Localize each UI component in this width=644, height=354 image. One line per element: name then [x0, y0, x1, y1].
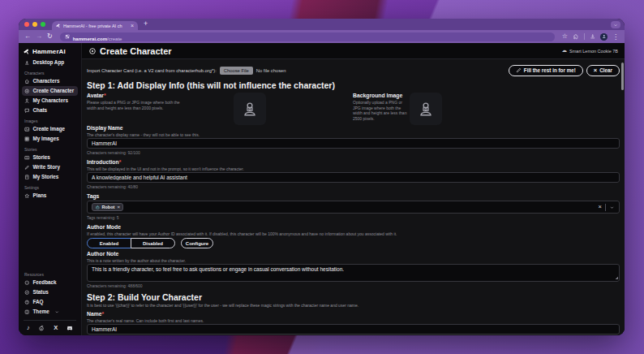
- site-settings-icon[interactable]: [65, 34, 70, 39]
- extensions-icon[interactable]: [573, 33, 579, 40]
- tags-label: Tags: [87, 193, 620, 200]
- sidebar-item-stories[interactable]: Stories: [22, 153, 78, 162]
- home-icon: [24, 79, 30, 84]
- back-icon[interactable]: ←: [24, 33, 31, 40]
- maximize-window-button[interactable]: [41, 22, 45, 27]
- discord-icon[interactable]: [67, 325, 73, 331]
- tags-select[interactable]: Robot × ×: [87, 201, 620, 214]
- reddit-icon[interactable]: [38, 325, 45, 331]
- author-note-desc: This is a note written by the author abo…: [87, 258, 620, 263]
- image-icon: [24, 127, 30, 132]
- target-icon: [24, 88, 30, 94]
- sidebar-item-create-image[interactable]: Create Image: [22, 124, 78, 134]
- author-mode-field: Author Mode If enabled, this character w…: [87, 224, 620, 248]
- model-badge[interactable]: ☁ Smart Lemon Cookie 7B: [562, 48, 618, 54]
- author-mode-disabled-button[interactable]: Disabled: [131, 238, 175, 248]
- sidebar-item-characters[interactable]: Characters: [22, 76, 78, 86]
- display-name-remaining: Characters remaining: 92/100: [87, 150, 620, 155]
- main-content: Create Character ☁ Smart Lemon Cookie 7B…: [82, 43, 625, 335]
- window-controls: [24, 22, 45, 27]
- author-mode-configure-button[interactable]: Configure: [181, 238, 213, 248]
- hammer-icon: [22, 47, 31, 56]
- step1-title: Step 1: Add Display Info (this will not …: [87, 80, 620, 91]
- pen-icon: [516, 67, 522, 73]
- import-row: Import Character Card (i.e. a V2 card fr…: [87, 64, 620, 76]
- author-note-textarea[interactable]: This is a friendly character, so feel fr…: [87, 264, 620, 282]
- sidebar-item-faq[interactable]: FAQ: [22, 297, 78, 307]
- sidebar-item-plans[interactable]: Plans: [22, 191, 78, 201]
- pencil-icon: [24, 165, 30, 171]
- sidebar-section-images: Images: [22, 115, 78, 124]
- sidebar-item-create-character[interactable]: Create Character: [22, 86, 78, 96]
- sidebar-item-desktop-app[interactable]: Desktop App: [22, 58, 78, 67]
- person-camera-icon: [242, 101, 258, 117]
- author-mode-label: Author Mode: [87, 224, 620, 231]
- avatar-desc: Please upload a PNG or JPG image where b…: [87, 100, 189, 110]
- fill-rest-button[interactable]: Fill the rest in for me!: [509, 65, 583, 76]
- choose-file-button[interactable]: Choose File: [220, 67, 253, 75]
- open-book-icon: [24, 155, 30, 161]
- sidebar-item-write-story[interactable]: Write Story: [22, 162, 78, 172]
- tiktok-icon[interactable]: ♪: [27, 324, 30, 331]
- sidebar: HammerAI Desktop App Characters Characte…: [19, 43, 82, 335]
- x-social-icon[interactable]: X: [54, 324, 58, 331]
- name-label: Name*: [87, 311, 620, 317]
- scrollbar-thumb[interactable]: [621, 63, 624, 90]
- author-mode-desc: If enabled, this character will have you…: [87, 231, 620, 236]
- sidebar-item-chats[interactable]: Chats: [22, 106, 78, 115]
- browser-toolbar: ← → ↻ hammerai.com/create ☆ ⋮: [19, 30, 625, 43]
- display-name-field: Display Name The character's display nam…: [87, 125, 620, 155]
- tab-close-icon[interactable]: ×: [131, 23, 134, 28]
- page-header: Create Character ☁ Smart Lemon Cookie 7B: [82, 43, 625, 59]
- close-icon: ×: [594, 67, 597, 74]
- desktop-background: HammerAI - free private AI ch × + ← → ↻ …: [0, 0, 644, 354]
- sidebar-item-my-images[interactable]: My Images: [22, 134, 78, 144]
- sidebar-item-theme[interactable]: Theme: [22, 307, 78, 317]
- clear-tags-icon[interactable]: ×: [599, 204, 602, 210]
- new-tab-button[interactable]: +: [144, 20, 148, 28]
- upload-row: Avatar* Please upload a PNG or JPG image…: [87, 93, 620, 125]
- tags-field: Tags Robot × ×: [87, 193, 620, 220]
- cloud-icon: ☁: [562, 48, 568, 54]
- background-upload[interactable]: [410, 93, 442, 125]
- step2-title: Step 2: Build Your Character: [87, 292, 620, 303]
- forward-icon[interactable]: →: [36, 33, 42, 40]
- sidebar-item-status[interactable]: Status: [22, 287, 78, 297]
- sidebar-item-my-characters[interactable]: My Characters: [22, 96, 78, 106]
- sidebar-divider: [24, 320, 76, 321]
- reload-icon[interactable]: ↻: [47, 33, 53, 40]
- clear-button[interactable]: × Clear: [586, 65, 620, 76]
- introduction-input[interactable]: [87, 172, 620, 183]
- star-icon: [24, 193, 30, 199]
- name-input[interactable]: [87, 324, 620, 335]
- hammerai-logo[interactable]: HammerAI: [22, 47, 78, 58]
- browser-window: HammerAI - free private AI ch × + ← → ↻ …: [19, 19, 625, 335]
- url-bar[interactable]: hammerai.com/create: [60, 32, 555, 41]
- background-label: Background Image: [353, 93, 410, 99]
- chevron-down-icon: [613, 23, 618, 28]
- tab-search-button[interactable]: [611, 21, 620, 28]
- author-mode-buttons: Enabled Disabled Configure: [87, 238, 620, 248]
- display-name-input[interactable]: [87, 138, 620, 149]
- tag-chip-robot[interactable]: Robot ×: [92, 203, 123, 212]
- tags-dropdown-icon[interactable]: [609, 205, 615, 210]
- avatar-upload[interactable]: [234, 93, 266, 125]
- hammerai-favicon-icon: [55, 22, 62, 28]
- author-note-remaining: Characters remaining: 488/600: [87, 283, 620, 288]
- profile-avatar[interactable]: [600, 33, 608, 41]
- downloads-icon[interactable]: [590, 33, 596, 40]
- sidebar-item-feedback[interactable]: Feedback: [22, 278, 78, 287]
- sidebar-section-resources: Resources: [22, 269, 78, 278]
- browser-tab[interactable]: HammerAI - free private AI ch ×: [52, 21, 138, 30]
- chevron-down-icon: [609, 205, 615, 210]
- browser-menu-icon[interactable]: ⋮: [612, 33, 619, 41]
- remove-tag-icon[interactable]: ×: [117, 205, 120, 209]
- introduction-label: Introduction*: [87, 159, 620, 166]
- profile-person-icon: [602, 34, 607, 39]
- resize-handle[interactable]: [615, 276, 618, 279]
- bookmark-star-icon[interactable]: ☆: [562, 33, 568, 40]
- sidebar-item-my-stories[interactable]: My Stories: [22, 172, 78, 182]
- minimize-window-button[interactable]: [32, 22, 37, 27]
- close-window-button[interactable]: [24, 22, 29, 27]
- author-mode-enabled-button[interactable]: Enabled: [87, 238, 131, 248]
